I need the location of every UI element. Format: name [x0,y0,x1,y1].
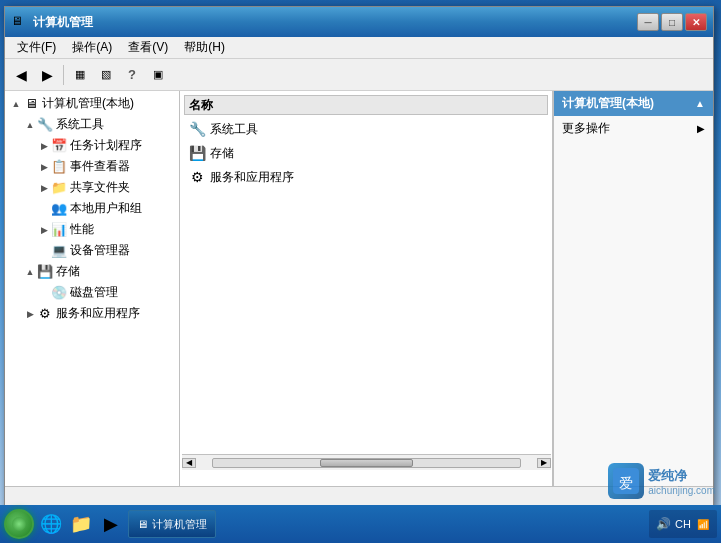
close-button[interactable]: ✕ [685,13,707,31]
icon-services: ⚙ [37,306,53,322]
label-system-tools: 系统工具 [56,116,104,133]
tray-icon-network[interactable]: 📶 [695,516,711,532]
toolbar-separator-1 [63,65,64,85]
tray-text: CH [675,518,691,530]
watermark-cn: 爱纯净 [648,467,715,485]
expand-device[interactable]: ▶ [37,244,51,258]
titlebar: 🖥 计算机管理 ─ □ ✕ [5,7,713,37]
tree-level-2-storage: ▶ 💿 磁盘管理 [21,282,177,303]
scroll-right-arrow[interactable]: ▶ [537,458,551,468]
tray-icon-sound[interactable]: 🔊 [655,516,671,532]
tree-item-task-scheduler[interactable]: ▶ 📅 任务计划程序 [35,135,177,156]
actions-item-more[interactable]: 更多操作 ▶ [554,116,713,141]
list-label-services: 服务和应用程序 [210,169,294,186]
maximize-button[interactable]: □ [661,13,683,31]
expand-disk[interactable]: ▶ [37,286,51,300]
list-label-system: 系统工具 [210,121,258,138]
tree-level-2-system: ▶ 📅 任务计划程序 ▶ 📋 事件查看器 ▶ 📁 共享文件夹 [21,135,177,261]
task-icon: 🖥 [137,518,148,530]
list-label-storage: 存储 [210,145,234,162]
list-icon-services: ⚙ [188,168,206,186]
actions-header: 计算机管理(本地) ▲ [554,91,713,116]
tree-item-performance[interactable]: ▶ 📊 性能 [35,219,177,240]
expand-event[interactable]: ▶ [37,160,51,174]
icon-event: 📋 [51,159,67,175]
list-item-system-tools[interactable]: 🔧 系统工具 [184,117,548,141]
icon-root: 🖥 [23,96,39,112]
tree-level-1: ▲ 🔧 系统工具 ▶ 📅 任务计划程序 ▶ 📋 事件查看器 [7,114,177,324]
expand-task[interactable]: ▶ [37,139,51,153]
expand-shared[interactable]: ▶ [37,181,51,195]
tree-item-shared-folders[interactable]: ▶ 📁 共享文件夹 [35,177,177,198]
expand-root[interactable]: ▲ [9,97,23,111]
icon-device: 💻 [51,243,67,259]
menu-view[interactable]: 查看(V) [120,37,176,58]
icon-task: 📅 [51,138,67,154]
tree-item-system-tools[interactable]: ▲ 🔧 系统工具 [21,114,177,135]
label-root: 计算机管理(本地) [42,95,134,112]
start-button[interactable] [4,509,34,539]
toolbar-btn-help[interactable]: ? [120,63,144,87]
label-storage: 存储 [56,263,80,280]
start-button-inner [12,517,26,531]
horizontal-scrollbar[interactable]: ◀ ▶ [182,454,551,470]
actions-header-arrow: ▲ [695,98,705,109]
minimize-button[interactable]: ─ [637,13,659,31]
expand-perf[interactable]: ▶ [37,223,51,237]
scroll-track[interactable] [212,458,521,468]
quick-launch-ie[interactable]: 🌐 [38,511,64,537]
svg-text:爱: 爱 [619,475,633,491]
system-tray: 🔊 CH 📶 [649,510,717,538]
label-task: 任务计划程序 [70,137,142,154]
quick-launch-media[interactable]: ▶ [98,511,124,537]
toolbar-btn-2[interactable]: ▧ [94,63,118,87]
main-content: ▲ 🖥 计算机管理(本地) ▲ 🔧 系统工具 ▶ 📅 任务计划程序 [5,91,713,486]
tree-item-storage[interactable]: ▲ 💾 存储 [21,261,177,282]
left-panel: ▲ 🖥 计算机管理(本地) ▲ 🔧 系统工具 ▶ 📅 任务计划程序 [5,91,180,486]
tree-item-local-users[interactable]: ▶ 👥 本地用户和组 [35,198,177,219]
icon-system-tools: 🔧 [37,117,53,133]
tree-item-services[interactable]: ▶ ⚙ 服务和应用程序 [21,303,177,324]
forward-button[interactable]: ▶ [35,63,59,87]
middle-panel: 名称 🔧 系统工具 💾 存储 ⚙ 服务和应用程序 ◀ ▶ [180,91,553,486]
icon-disk: 💿 [51,285,67,301]
label-shared: 共享文件夹 [70,179,130,196]
expand-storage[interactable]: ▲ [23,265,37,279]
label-services: 服务和应用程序 [56,305,140,322]
toolbar-btn-extra[interactable]: ▣ [146,63,170,87]
list-icon-system: 🔧 [188,120,206,138]
label-event: 事件查看器 [70,158,130,175]
watermark-text-block: 爱纯净 aichunjing.com [648,467,715,496]
list-item-storage[interactable]: 💾 存储 [184,141,548,165]
icon-storage: 💾 [37,264,53,280]
expand-services[interactable]: ▶ [23,307,37,321]
watermark-en: aichunjing.com [648,485,715,496]
actions-title: 计算机管理(本地) [562,95,654,112]
toolbar: ◀ ▶ ▦ ▧ ? ▣ [5,59,713,91]
taskbar-task-computer-mgmt[interactable]: 🖥 计算机管理 [128,510,216,538]
computer-management-window: 🖥 计算机管理 ─ □ ✕ 文件(F) 操作(A) 查看(V) 帮助(H) ◀ … [4,6,714,509]
toolbar-btn-1[interactable]: ▦ [68,63,92,87]
scroll-left-arrow[interactable]: ◀ [182,458,196,468]
tree-item-root[interactable]: ▲ 🖥 计算机管理(本地) [7,93,177,114]
scroll-thumb[interactable] [320,459,412,467]
icon-shared: 📁 [51,180,67,196]
menu-file[interactable]: 文件(F) [9,37,64,58]
tree-item-event-viewer[interactable]: ▶ 📋 事件查看器 [35,156,177,177]
window-title: 计算机管理 [33,14,637,31]
taskbar: 🌐 📁 ▶ 🖥 计算机管理 🔊 CH 📶 [0,505,721,543]
list-item-services[interactable]: ⚙ 服务和应用程序 [184,165,548,189]
menu-action[interactable]: 操作(A) [64,37,120,58]
tree-item-disk-management[interactable]: ▶ 💿 磁盘管理 [35,282,177,303]
icon-perf: 📊 [51,222,67,238]
back-button[interactable]: ◀ [9,63,33,87]
label-perf: 性能 [70,221,94,238]
task-label: 计算机管理 [152,517,207,532]
expand-users[interactable]: ▶ [37,202,51,216]
menu-help[interactable]: 帮助(H) [176,37,233,58]
quick-launch-folder[interactable]: 📁 [68,511,94,537]
label-disk: 磁盘管理 [70,284,118,301]
tree-item-device-manager[interactable]: ▶ 💻 设备管理器 [35,240,177,261]
actions-item-label: 更多操作 [562,120,610,137]
expand-system-tools[interactable]: ▲ [23,118,37,132]
